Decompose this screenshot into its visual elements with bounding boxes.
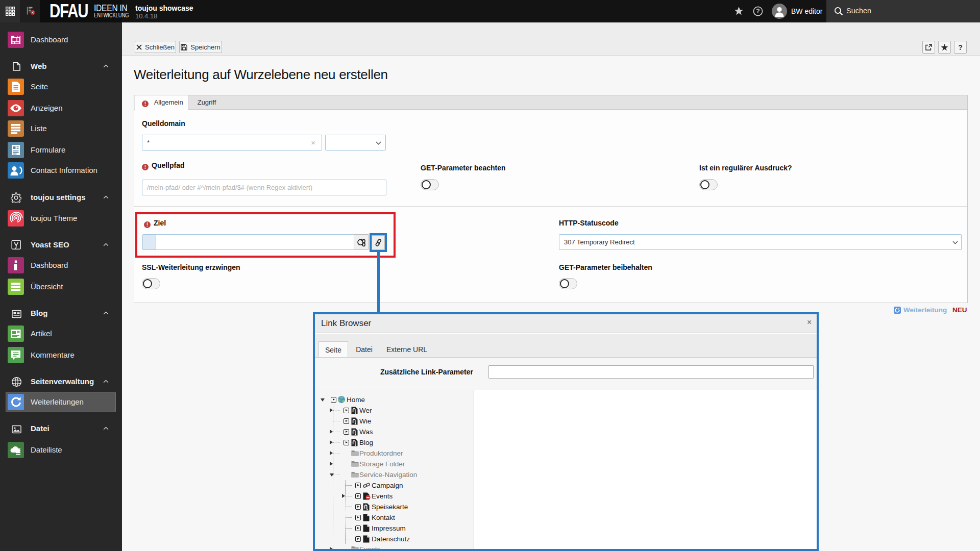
svg-text:?: ? (756, 8, 760, 15)
